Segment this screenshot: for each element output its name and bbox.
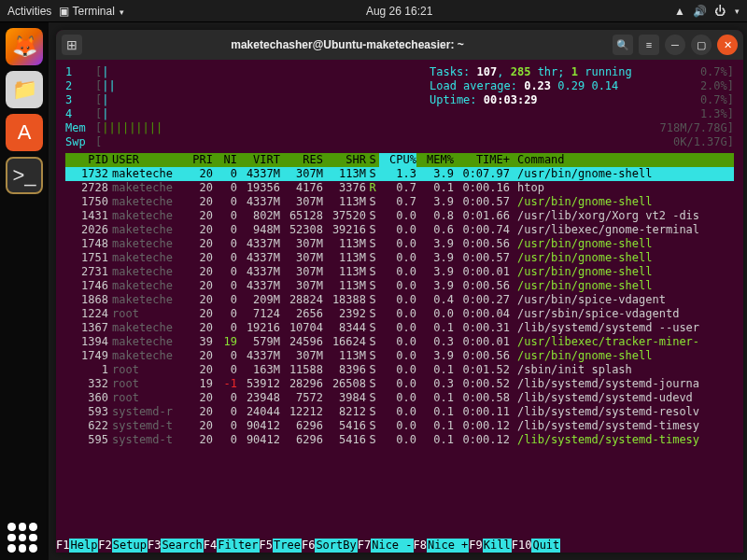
process-row[interactable]: 2728maketeche2001935641763376R0.70.10:00… — [65, 181, 734, 195]
fkey-label: Nice + — [427, 539, 469, 553]
dock-firefox[interactable]: 🦊 — [6, 28, 43, 65]
process-header[interactable]: PIDUSERPRINIVIRTRESSHRSCPU%MEM%TIME+Comm… — [65, 153, 734, 167]
process-row[interactable]: 2731maketeche2004337M307M113MS0.03.90:00… — [65, 265, 734, 279]
dock-terminal[interactable]: >_ — [6, 157, 43, 194]
fkey-label: Setup — [112, 539, 148, 553]
swap-meter: Swp[0K/1.37G] — [65, 135, 734, 149]
close-button[interactable]: ✕ — [717, 35, 738, 55]
system-summary: Tasks: 107, 285 thr; 1 running Load aver… — [430, 65, 632, 107]
process-row[interactable]: 360root2002394875723984S0.00.10:00.58/li… — [65, 391, 734, 405]
process-list[interactable]: 1732maketeche2004337M307M113MS1.33.90:07… — [65, 167, 734, 447]
process-row[interactable]: 332root19-1539122829626508S0.00.30:00.52… — [65, 377, 734, 391]
process-row[interactable]: 1751maketeche2004337M307M113MS0.03.90:00… — [65, 251, 734, 265]
volume-icon[interactable]: 🔊 — [693, 5, 707, 18]
cpu-meter: 4[|1.3%] — [65, 107, 734, 121]
process-row[interactable]: 593systemd-r20024044122128212S0.00.10:00… — [65, 405, 734, 419]
cpu-meter: 2[||2.0%] — [65, 79, 734, 93]
fkey-F2[interactable]: F2 — [98, 539, 111, 553]
process-row[interactable]: 1732maketeche2004337M307M113MS1.33.90:07… — [65, 167, 734, 181]
process-row[interactable]: 2026maketeche200948M5230839216S0.00.60:0… — [65, 223, 734, 237]
window-titlebar: ⊞ maketechasher@Ubuntu-maketecheasier: ~… — [56, 30, 743, 60]
fkey-label: Tree — [273, 539, 302, 553]
search-button[interactable]: 🔍 — [613, 35, 633, 55]
terminal-output[interactable]: 1[|0.7%]2[||2.0%]3[|0.7%]4[|1.3%]Mem[|||… — [56, 60, 743, 553]
process-row[interactable]: 595systemd-t2009041262965416S0.00.10:00.… — [65, 433, 734, 447]
process-row[interactable]: 1394maketeche3919579M2459616624S0.00.30:… — [65, 335, 734, 349]
fkey-label: Help — [69, 539, 98, 553]
fkey-F6[interactable]: F6 — [302, 539, 315, 553]
fkey-F4[interactable]: F4 — [204, 539, 217, 553]
cpu-meter: 3[|0.7%] — [65, 93, 734, 107]
fkey-F5[interactable]: F5 — [260, 539, 273, 553]
process-row[interactable]: 1868maketeche200209M2882418388S0.00.40:0… — [65, 293, 734, 307]
process-row[interactable]: 1root200163M115888396S0.00.10:01.52/sbin… — [65, 363, 734, 377]
terminal-window: ⊞ maketechasher@Ubuntu-maketecheasier: ~… — [56, 30, 743, 553]
fkey-label: Filter — [217, 539, 259, 553]
function-key-bar: F1Help F2Setup F3SearchF4FilterF5Tree F6… — [56, 539, 743, 553]
process-row[interactable]: 622systemd-t2009041262965416S0.00.10:00.… — [65, 419, 734, 433]
process-row[interactable]: 1224root200712426562392S0.00.00:00.04/us… — [65, 307, 734, 321]
fkey-F10[interactable]: F10 — [512, 539, 532, 553]
fkey-F1[interactable]: F1 — [56, 539, 69, 553]
fkey-F9[interactable]: F9 — [469, 539, 482, 553]
fkey-label: SortBy — [315, 539, 357, 553]
dock-show-apps[interactable] — [7, 523, 37, 553]
dock-software[interactable]: A — [6, 114, 43, 151]
dock-files[interactable]: 📁 — [6, 71, 43, 108]
terminal-app-menu[interactable]: ▣ Terminal ▾ — [59, 5, 124, 18]
process-row[interactable]: 1748maketeche2004337M307M113MS0.03.90:00… — [65, 237, 734, 251]
menu-button[interactable]: ≡ — [639, 35, 659, 55]
process-row[interactable]: 1749maketeche2004337M307M113MS0.03.90:00… — [65, 349, 734, 363]
fkey-label: Kill — [483, 539, 512, 553]
fkey-label: Search — [161, 539, 203, 553]
process-row[interactable]: 1750maketeche2004337M307M113MS0.73.90:00… — [65, 195, 734, 209]
process-row[interactable]: 1746maketeche2004337M307M113MS0.03.90:00… — [65, 279, 734, 293]
minimize-button[interactable]: ─ — [665, 35, 685, 55]
process-row[interactable]: 1431maketeche200802M6512837520S0.00.80:0… — [65, 209, 734, 223]
window-title: maketechasher@Ubuntu-maketecheasier: ~ — [88, 38, 607, 51]
fkey-F3[interactable]: F3 — [148, 539, 161, 553]
mem-meter: Mem[|||||||||718M/7.78G] — [65, 121, 734, 135]
process-row[interactable]: 1367maketeche20019216107048344S0.00.10:0… — [65, 321, 734, 335]
activities-button[interactable]: Activities — [7, 5, 51, 18]
dock: 🦊 📁 A >_ — [0, 22, 49, 560]
fkey-F7[interactable]: F7 — [358, 539, 371, 553]
chevron-down-icon: ▾ — [735, 7, 740, 16]
network-icon[interactable]: ▲ — [674, 5, 685, 18]
fkey-F8[interactable]: F8 — [414, 539, 427, 553]
system-top-bar: Activities ▣ Terminal ▾ Aug 26 16:21 ▲ 🔊… — [0, 0, 747, 22]
new-tab-button[interactable]: ⊞ — [62, 35, 82, 55]
maximize-button[interactable]: ▢ — [691, 35, 712, 55]
fkey-label: Quit — [531, 539, 560, 553]
fkey-label: Nice - — [371, 539, 413, 553]
clock[interactable]: Aug 26 16:21 — [124, 5, 674, 18]
power-icon[interactable]: ⏻ — [714, 5, 726, 18]
cpu-meter: 1[|0.7%] — [65, 65, 734, 79]
